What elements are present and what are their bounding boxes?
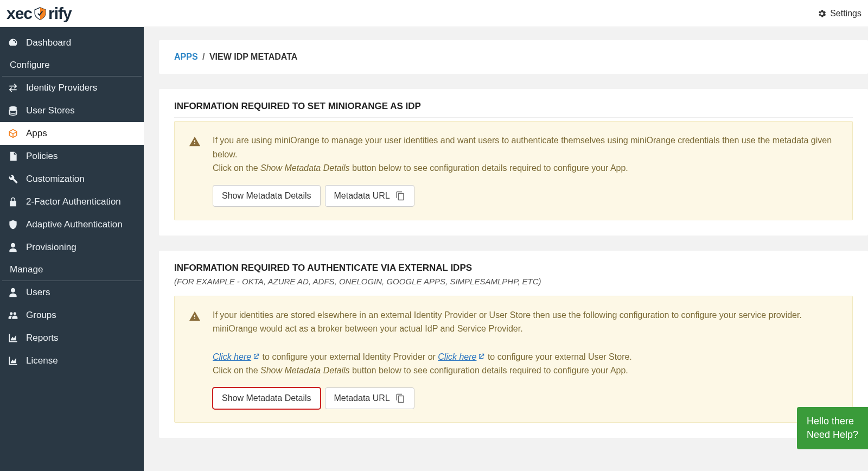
alert-external: If your identities are stored elsewhere … (174, 296, 853, 423)
show-metadata-details-button[interactable]: Show Metadata Details (213, 185, 321, 207)
document-icon (8, 151, 18, 162)
logo-shield-icon (33, 6, 48, 21)
settings-link[interactable]: Settings (817, 9, 861, 18)
sidebar-item-adaptive[interactable]: Adaptive Authentication (0, 213, 144, 236)
sidebar-item-apps[interactable]: Apps (0, 122, 144, 145)
database-icon (8, 105, 18, 116)
breadcrumb-current: VIEW IDP METADATA (209, 52, 297, 61)
breadcrumb-link-apps[interactable]: APPS (174, 52, 198, 61)
sidebar-item-label: Adaptive Authentication (26, 219, 123, 230)
sidebar-item-identity-providers[interactable]: Identity Providers (0, 77, 144, 99)
sidebar-item-two-factor[interactable]: 2-Factor Authentication (0, 190, 144, 213)
warning-icon (189, 310, 201, 322)
alert-text-line2: Click on the Show Metadata Details butto… (213, 161, 839, 175)
sidebar-item-license[interactable]: License (0, 349, 144, 372)
section-title: INFORMATION REQUIRED TO AUTHENTICATE VIA… (174, 263, 853, 273)
alert-text-p1: If your identities are stored elsewhere … (213, 308, 839, 336)
panel-external-idps: INFORMATION REQUIRED TO AUTHENTICATE VIA… (159, 251, 868, 438)
panel-miniorange-idp: INFORMATION REQUIRED TO SET MINIORANGE A… (159, 89, 868, 236)
sidebar-item-users[interactable]: Users (0, 281, 144, 304)
box-icon (8, 128, 18, 139)
main-content: APPS / VIEW IDP METADATA INFORMATION REQ… (144, 27, 868, 471)
gear-icon (817, 9, 827, 18)
sidebar-item-label: License (26, 355, 58, 366)
chart-icon (8, 355, 18, 366)
lock-icon (8, 196, 18, 207)
user-icon (8, 242, 18, 253)
sidebar-section-configure: Configure (2, 54, 142, 77)
configure-userstore-link[interactable]: Click here (438, 352, 485, 361)
copy-icon (395, 393, 405, 403)
sidebar-item-label: 2-Factor Authentication (26, 196, 121, 207)
sidebar-item-provisioning[interactable]: Provisioning (0, 236, 144, 259)
breadcrumb: APPS / VIEW IDP METADATA (174, 52, 853, 62)
user-icon (8, 287, 18, 298)
button-row: Show Metadata Details Metadata URL (213, 185, 839, 207)
help-widget[interactable]: Hello there Need Help? (797, 407, 868, 449)
sidebar-section-manage: Manage (2, 259, 142, 281)
settings-label: Settings (830, 9, 861, 18)
alert-text-line3: Click on the Show Metadata Details butto… (213, 364, 839, 378)
metadata-url-button[interactable]: Metadata URL (325, 387, 414, 409)
logo: xec rify (7, 4, 72, 23)
help-line2: Need Help? (807, 428, 858, 442)
shield-icon (8, 219, 18, 230)
users-icon (8, 310, 18, 321)
logo-text-suffix: rify (48, 4, 72, 23)
external-link-icon (252, 353, 260, 360)
metadata-url-label: Metadata URL (334, 191, 390, 201)
sidebar-item-label: Identity Providers (26, 82, 97, 93)
alert-links-line: Click here to configure your external Id… (213, 350, 839, 364)
breadcrumb-panel: APPS / VIEW IDP METADATA (159, 40, 868, 74)
external-link-icon (477, 353, 485, 360)
alert-miniorange: If you are using miniOrange to manage yo… (174, 121, 853, 220)
warning-icon (189, 136, 201, 148)
sidebar-item-label: Dashboard (26, 37, 71, 48)
section-subtitle: (FOR EXAMPLE - OKTA, AZURE AD, ADFS, ONE… (174, 277, 853, 286)
sidebar-item-label: Groups (26, 310, 56, 321)
copy-icon (395, 191, 405, 201)
section-title: INFORMATION REQUIRED TO SET MINIORANGE A… (174, 101, 853, 118)
sidebar-item-customization[interactable]: Customization (0, 168, 144, 190)
logo-text-prefix: xec (7, 4, 32, 23)
chart-icon (8, 333, 18, 343)
button-row: Show Metadata Details Metadata URL (213, 387, 839, 409)
sidebar-item-label: Reports (26, 333, 59, 343)
sidebar-item-label: Provisioning (26, 242, 76, 253)
sidebar-item-label: Users (26, 287, 50, 298)
breadcrumb-sep: / (202, 52, 205, 61)
alert-text-line1: If you are using miniOrange to manage yo… (213, 133, 839, 161)
metadata-url-button[interactable]: Metadata URL (325, 185, 414, 207)
help-line1: Hello there (807, 415, 858, 428)
sidebar-item-reports[interactable]: Reports (0, 327, 144, 349)
sidebar-item-dashboard[interactable]: Dashboard (0, 31, 144, 54)
top-bar: xec rify Settings (0, 0, 868, 27)
swap-icon (8, 82, 18, 93)
sidebar-item-policies[interactable]: Policies (0, 145, 144, 168)
sidebar-item-label: Apps (26, 128, 47, 139)
sidebar-item-label: Policies (26, 151, 58, 162)
show-metadata-details-button[interactable]: Show Metadata Details (213, 387, 321, 409)
sidebar-item-groups[interactable]: Groups (0, 304, 144, 327)
dashboard-icon (8, 37, 18, 48)
sidebar-item-user-stores[interactable]: User Stores (0, 99, 144, 122)
sidebar: Dashboard Configure Identity Providers U… (0, 27, 144, 471)
metadata-url-label: Metadata URL (334, 393, 390, 403)
sidebar-item-label: User Stores (26, 105, 75, 116)
configure-idp-link[interactable]: Click here (213, 352, 260, 361)
sidebar-item-label: Customization (26, 174, 85, 184)
wrench-icon (8, 174, 18, 184)
